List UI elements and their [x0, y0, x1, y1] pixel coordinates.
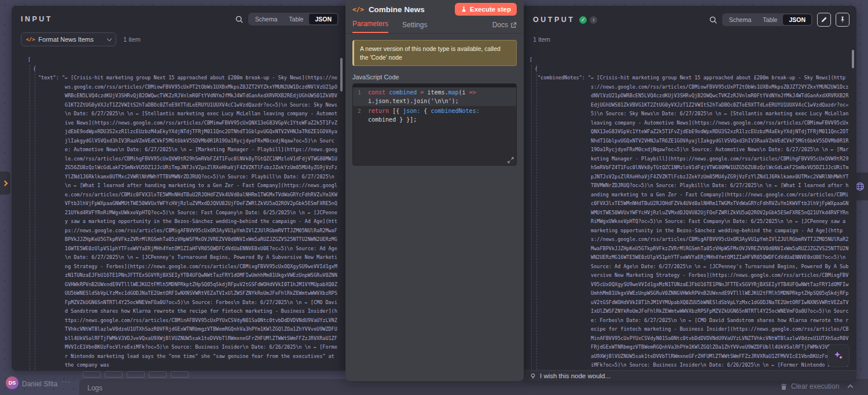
output-scrollbar[interactable]: [852, 50, 854, 68]
node-version-warning: A newer version of this node type is ava…: [352, 40, 517, 66]
pin-icon: [839, 16, 846, 23]
code-node-icon: </>: [352, 6, 364, 13]
lightbulb-icon: [529, 372, 536, 380]
chevron-up-icon[interactable]: [848, 385, 854, 390]
wish-label: I wish this node would...: [540, 372, 610, 379]
tab-json[interactable]: JSON: [309, 14, 337, 24]
execute-step-label: Execute step: [470, 6, 511, 13]
ai-assistant-button[interactable]: [827, 344, 849, 367]
json-value: ✏ [Crisis-hit marketing group Next 15 ap…: [65, 75, 337, 368]
tab-json[interactable]: JSON: [783, 14, 811, 25]
edit-output-button[interactable]: [817, 13, 831, 27]
json-combinednotes-field: "combinedNotes": "✏ [Crisis-hit marketin…: [529, 74, 851, 370]
indent-guide: [536, 65, 537, 370]
logs-ghost-button: [105, 371, 123, 378]
logs-ghost-button: [149, 371, 167, 378]
node-wish-prompt[interactable]: I wish this node would...: [524, 370, 856, 381]
code-icon: </>: [26, 36, 35, 42]
input-json-view[interactable]: [ { "text": "✏ [Crisis-hit marketing gro…: [28, 56, 340, 370]
user-more-button[interactable]: ···: [61, 377, 71, 386]
search-icon[interactable]: [235, 15, 244, 24]
pin-data-button[interactable]: [836, 13, 849, 27]
input-items-count: 1 item: [123, 36, 141, 43]
json-text-field: "text": "✏ [Crisis-hit marketing group N…: [28, 74, 340, 370]
input-node-selector-label: Format News Items: [38, 36, 104, 43]
success-check-icon: ✓: [579, 16, 587, 24]
trash-icon: [780, 383, 788, 390]
output-title: OUTPUT: [533, 16, 575, 24]
indent-guide: [531, 65, 532, 370]
output-view-switcher: Schema Table JSON: [722, 13, 812, 26]
user-name: Daniel Sfita: [22, 380, 57, 388]
search-icon[interactable]: [709, 16, 718, 24]
info-icon[interactable]: i: [590, 16, 597, 24]
line-number: 2: [353, 106, 368, 125]
avatar[interactable]: DS: [6, 376, 19, 389]
json-value: ✏ [Crisis-hit marketing group Next 15 ap…: [591, 75, 851, 370]
code-parameter-label: JavaScript Code: [352, 74, 517, 81]
tab-parameters[interactable]: Parameters: [352, 20, 388, 33]
json-key: "combinedNotes": ": [538, 75, 591, 81]
code-editor[interactable]: 1const combined = items.map(i => i.json.…: [352, 83, 517, 166]
chevron-right-icon: [2, 180, 8, 186]
code-line[interactable]: 2return [{ json: { combinedNotes: combin…: [353, 106, 516, 125]
tab-schema[interactable]: Schema: [723, 14, 757, 25]
logs-ghost-button: [127, 371, 145, 378]
json-open-bracket: [: [529, 56, 851, 65]
tab-settings[interactable]: Settings: [402, 21, 427, 33]
tab-schema[interactable]: Schema: [249, 14, 284, 24]
execute-step-button[interactable]: Execute step: [455, 3, 517, 16]
node-detail-panel: </> Combine News Execute step Parameters…: [345, 0, 524, 381]
docs-label: Docs: [492, 21, 508, 29]
input-node-selector[interactable]: </> Format News Items: [21, 32, 116, 46]
node-title[interactable]: Combine News: [369, 5, 425, 14]
input-panel: INPUT Schema Table JSON </> Format News …: [12, 6, 345, 371]
external-link-icon: [510, 22, 517, 28]
code-lines: 1const combined = items.map(i => i.json.…: [353, 87, 516, 125]
line-number: 1: [353, 87, 368, 106]
input-view-switcher: Schema Table JSON: [248, 13, 339, 25]
input-title: INPUT: [21, 15, 53, 23]
chevron-down-icon: [107, 36, 112, 41]
user-menu: DS Daniel Sfita ···: [0, 374, 79, 395]
workflow-canvas: Logs DS Daniel Sfita ··· Clear execution…: [0, 0, 868, 395]
clear-execution-label: Clear execution: [791, 382, 839, 390]
json-open-bracket: [: [28, 56, 340, 65]
tab-table[interactable]: Table: [283, 14, 309, 24]
output-panel: OUTPUT ✓ i Schema Table JSON 1 item: [524, 6, 856, 381]
docs-link[interactable]: Docs: [492, 21, 517, 33]
json-open-brace: {: [28, 65, 340, 74]
logs-ghost-button: [171, 371, 189, 378]
logs-label[interactable]: Logs: [87, 384, 102, 392]
code-line[interactable]: 1const combined = items.map(i => i.json.…: [353, 87, 516, 106]
flask-icon: [461, 6, 467, 13]
sparkles-icon: [833, 350, 844, 361]
input-scrollbar[interactable]: [340, 58, 343, 92]
indent-guide: [30, 65, 30, 370]
output-json-view[interactable]: [ { "combinedNotes": "✏ [Crisis-hit mark…: [529, 56, 851, 370]
tab-table[interactable]: Table: [757, 14, 783, 25]
indent-guide: [35, 65, 35, 370]
clear-execution-button[interactable]: Clear execution: [780, 382, 852, 390]
json-open-brace: {: [529, 65, 851, 74]
expand-input-tab[interactable]: [0, 171, 10, 195]
expand-editor-icon[interactable]: [507, 157, 514, 163]
json-key: "text": ": [38, 75, 65, 81]
output-items-count: 1 item: [533, 36, 550, 43]
logs-ghost-button: [83, 371, 101, 378]
pencil-icon: [821, 16, 827, 23]
